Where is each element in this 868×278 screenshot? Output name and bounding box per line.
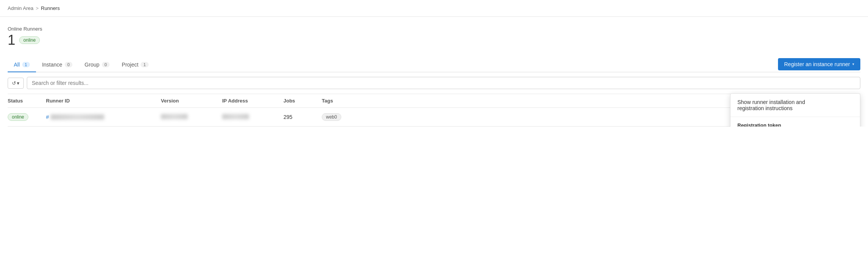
registration-token-label: Registration token [737, 122, 853, 127]
breadcrumb-separator: > [36, 5, 39, 11]
status-badge: online [8, 113, 46, 121]
tab-all-count: 1 [22, 62, 30, 67]
tab-all-label: All [14, 62, 20, 68]
tab-instance-count: 0 [65, 62, 72, 67]
col-actions [398, 98, 421, 104]
version-blurred [161, 114, 188, 119]
chevron-small-icon: ▾ [17, 80, 20, 86]
search-row: ↺ ▾ [8, 72, 860, 94]
history-filter-button[interactable]: ↺ ▾ [8, 78, 24, 89]
breadcrumb: Admin Area > Runners [0, 0, 868, 17]
tab-group-label: Group [85, 62, 100, 68]
history-icon: ↺ [12, 80, 16, 86]
runner-jobs: 295 [283, 114, 322, 120]
row-status-online: online [8, 113, 28, 121]
register-dropdown-menu: Show runner installation andregistration… [730, 93, 860, 127]
runner-id-blurred[interactable] [51, 114, 104, 120]
search-input[interactable] [27, 77, 860, 89]
col-runner-id: Runner ID [46, 98, 161, 104]
tab-project-count: 1 [141, 62, 148, 67]
runner-id-cell: # [46, 114, 161, 120]
section-label: Online Runners [8, 26, 860, 32]
tab-instance-label: Instance [42, 62, 62, 68]
tag-web0: web0 [322, 113, 341, 121]
tab-group[interactable]: Group 0 [79, 58, 116, 72]
col-jobs: Jobs [283, 98, 322, 104]
breadcrumb-current: Runners [41, 5, 60, 11]
tab-group-count: 0 [102, 62, 110, 67]
show-runner-instructions-item[interactable]: Show runner installation andregistration… [730, 94, 860, 117]
breadcrumb-parent[interactable]: Admin Area [8, 5, 33, 11]
col-ip-address: IP Address [222, 98, 283, 104]
main-content: Online Runners 1 online All 1 Instance 0… [0, 17, 868, 127]
tabs-left: All 1 Instance 0 Group 0 Project 1 [8, 58, 155, 72]
col-tags: Tags [322, 98, 398, 104]
show-runner-instructions-label: Show runner installation andregistration… [737, 99, 805, 111]
tab-instance[interactable]: Instance 0 [36, 58, 79, 72]
tab-project[interactable]: Project 1 [116, 58, 155, 72]
runner-ip [222, 114, 283, 120]
ip-blurred [222, 114, 249, 119]
online-count-number: 1 [8, 33, 15, 47]
register-runner-button[interactable]: Register an instance runner ▾ [778, 58, 860, 70]
online-count: 1 online [8, 33, 860, 47]
col-status: Status [8, 98, 46, 104]
chevron-down-icon: ▾ [852, 62, 854, 66]
tabs-row: All 1 Instance 0 Group 0 Project 1 Regis… [8, 58, 860, 72]
registration-token-section: Registration token [730, 117, 860, 127]
runner-id-prefix: # [46, 114, 49, 120]
runner-tags: web0 [322, 113, 398, 121]
register-runner-label: Register an instance runner [784, 61, 850, 67]
tab-all[interactable]: All 1 [8, 58, 36, 72]
online-badge: online [19, 36, 40, 44]
col-version: Version [161, 98, 222, 104]
tab-project-label: Project [122, 62, 139, 68]
runner-version [161, 114, 222, 120]
